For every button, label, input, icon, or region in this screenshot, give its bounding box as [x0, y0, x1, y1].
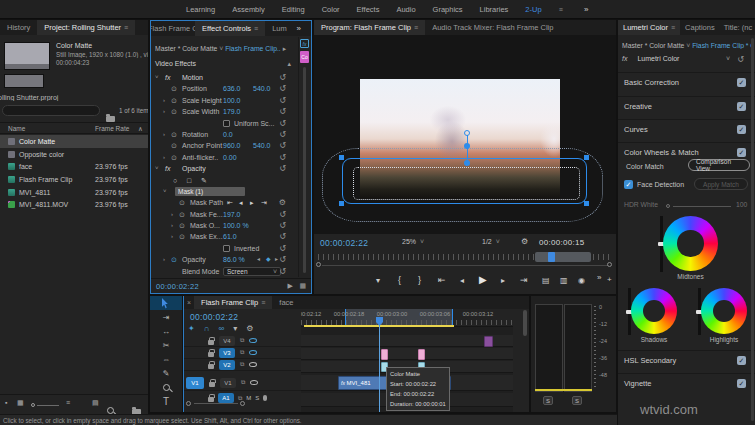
step-back-icon[interactable]: ◂ [460, 276, 464, 285]
next-arrow-icon[interactable]: ▸ [283, 45, 286, 52]
lock-icon[interactable] [209, 382, 215, 387]
chevron-down-icon[interactable]: ˅ [726, 55, 730, 62]
stopwatch-icon[interactable]: ⊙ [179, 231, 185, 242]
sort-icon[interactable]: ∧ [138, 125, 143, 133]
tab-title[interactable]: Title: (nc [720, 20, 755, 35]
playback-resolution-dropdown[interactable]: 1/2 ˅ [482, 238, 500, 245]
blend-mode-row[interactable]: Blend Mode Screen˅ ↺ [151, 266, 301, 277]
workspace-tab-libraries[interactable]: Libraries [480, 5, 509, 14]
twirl-icon[interactable]: › [171, 209, 173, 220]
list-item[interactable]: Flash Frame Clip 23.976 fps [0, 173, 148, 186]
zoom-slider[interactable] [37, 405, 59, 406]
workspace-tab-color[interactable]: Color [322, 5, 340, 14]
anchor-y-value[interactable]: 540.0 [253, 140, 271, 151]
stopwatch-icon-active[interactable]: ⊙ [171, 254, 177, 265]
tab-history[interactable]: History [0, 20, 37, 35]
mask-feather-row[interactable]: › ⊙ Mask Fe... 197.0 ↺ [151, 209, 301, 220]
curves-checkbox[interactable]: ✓ [737, 125, 746, 134]
add-button-icon[interactable]: + [607, 275, 612, 284]
timeline-settings-wrench-icon[interactable]: ⚙ [246, 324, 253, 333]
reset-icon[interactable]: ↺ [279, 254, 286, 265]
track-header-v2[interactable]: V2 ⧉ [184, 359, 301, 371]
tab-source-clip[interactable]: Flash Frame Clip [151, 21, 195, 36]
list-item[interactable]: MVI_4811.MOV 23.976 fps [0, 198, 148, 211]
track-mask-fwd-icon[interactable]: ⇥ [261, 197, 267, 208]
mask-handle-bottom-left[interactable] [339, 201, 344, 206]
stopwatch-icon[interactable]: ⊙ [171, 83, 177, 94]
settings-wrench-icon[interactable]: ⚙ [521, 237, 528, 246]
ripple-edit-tool[interactable]: ↔ [150, 324, 182, 338]
track-label-v1[interactable]: V1 [220, 378, 236, 388]
apply-match-button[interactable]: Apply Match [694, 178, 748, 190]
opacity-value-row[interactable]: › ⊙ Opacity 86.0 % ◂ ◆ ▸ ↺ [151, 254, 301, 265]
fx-badge-icon[interactable]: fx [165, 72, 170, 83]
source-patch-v1[interactable]: V1 [186, 377, 204, 389]
track-output-eye-icon[interactable] [249, 362, 257, 367]
program-scrubber[interactable] [314, 252, 616, 269]
sort-icons[interactable]: ≡ [66, 399, 70, 406]
reset-icon[interactable]: ↺ [279, 220, 286, 231]
track-label-v2[interactable]: V2 [219, 360, 235, 370]
tab-overflow-icon[interactable]: » [297, 24, 311, 33]
zoom-scroll-left-handle[interactable] [316, 262, 321, 267]
add-keyframe-icon[interactable]: ◆ [266, 254, 271, 265]
next-keyframe-icon[interactable]: ▸ [275, 254, 278, 265]
track-output-eye-icon[interactable] [249, 338, 257, 343]
twirl-icon[interactable]: ˅ [163, 186, 167, 197]
rect-mask-icon[interactable]: □ [187, 175, 191, 186]
stopwatch-icon[interactable]: ⊙ [171, 106, 177, 117]
column-frame-rate[interactable]: Frame Rate [95, 125, 129, 132]
hsl-secondary-checkbox[interactable]: ✓ [737, 356, 746, 365]
tab-captions[interactable]: Captions [680, 20, 720, 35]
step-back-icon[interactable]: ◂ [239, 197, 243, 208]
collapse-icon[interactable]: ▴ [287, 60, 291, 68]
comparison-view-button[interactable]: Comparison View [688, 159, 750, 171]
mask-feather-handle[interactable] [464, 143, 470, 149]
anchor-point-row[interactable]: ⊙ Anchor Point 960.0 540.0 ↺ [151, 140, 301, 151]
linked-selection-icon[interactable]: ∞ [218, 324, 224, 333]
panel-menu-icon[interactable]: ≡ [124, 24, 128, 31]
lock-icon[interactable] [208, 352, 214, 357]
mask-expansion-value[interactable]: 61.0 [223, 231, 237, 242]
twirl-icon[interactable]: › [171, 220, 173, 231]
export-frame-icon[interactable]: ◉ [578, 276, 585, 285]
workspace-tab-learning[interactable]: Learning [186, 5, 215, 14]
track-mask-back-icon[interactable]: ⇤ [227, 197, 233, 208]
timeline-v-scrollbar[interactable] [523, 310, 527, 408]
add-marker-icon[interactable]: ▾ [376, 276, 380, 285]
track-select-tool[interactable]: ⇥ [150, 310, 182, 324]
stopwatch-icon[interactable]: ⊙ [171, 95, 177, 106]
panel-menu-icon[interactable]: ≡ [414, 24, 418, 31]
timeline-ruler[interactable]: 00:00:02:12 00:00:02:18 00:00:03:00 00:0… [301, 309, 513, 327]
sync-lock-icon[interactable]: ⧉ [240, 337, 244, 344]
workspace-tab-audio[interactable]: Audio [396, 5, 415, 14]
tab-effect-controls[interactable]: Effect Controls ≡ [195, 21, 265, 36]
section-curves[interactable]: Curves ✓ [618, 119, 755, 139]
reset-icon[interactable]: ↺ [279, 106, 286, 117]
inverted-checkbox[interactable] [223, 245, 230, 252]
rotation-row[interactable]: › ⊙ Rotation 0.0 ↺ [151, 129, 301, 140]
mask-path-row[interactable]: ⊙ Mask Path ⇤ ◂ ▸ ⇥ ⚙ [151, 197, 301, 208]
inverted-row[interactable]: Inverted ↺ [151, 243, 301, 254]
track-output-eye-icon[interactable] [249, 350, 257, 355]
reset-icon[interactable]: ↺ [279, 83, 286, 94]
lock-icon[interactable] [208, 364, 214, 369]
step-forward-icon[interactable]: ▸ [501, 276, 505, 285]
workspace-tab-graphics[interactable]: Graphics [433, 5, 463, 14]
clapper-icon[interactable]: ▦ [299, 282, 306, 290]
twirl-icon[interactable]: › [163, 106, 165, 117]
zoom-tool[interactable] [150, 380, 182, 394]
mask-expansion-handle[interactable] [464, 130, 470, 136]
workspace-tab-2up[interactable]: 2-Up [525, 5, 541, 14]
go-to-in-icon[interactable]: ⇤ [438, 275, 446, 285]
color-wheels-checkbox[interactable]: ✓ [737, 148, 746, 157]
icon-view-icon[interactable]: ▦ [17, 399, 24, 407]
mask-feather-value[interactable]: 197.0 [223, 209, 241, 220]
mask-expansion-row[interactable]: › ⊙ Mask Ex... 61.0 ↺ [151, 231, 301, 242]
position-row[interactable]: ⊙ Position 636.0 540.0 ↺ [151, 83, 301, 94]
reset-icon[interactable]: ↺ [279, 95, 286, 106]
track-v4[interactable] [301, 335, 513, 347]
opacity-value[interactable]: 86.0 % [223, 254, 245, 265]
list-item[interactable]: Color Matte [0, 135, 148, 148]
position-y-value[interactable]: 540.0 [253, 83, 271, 94]
